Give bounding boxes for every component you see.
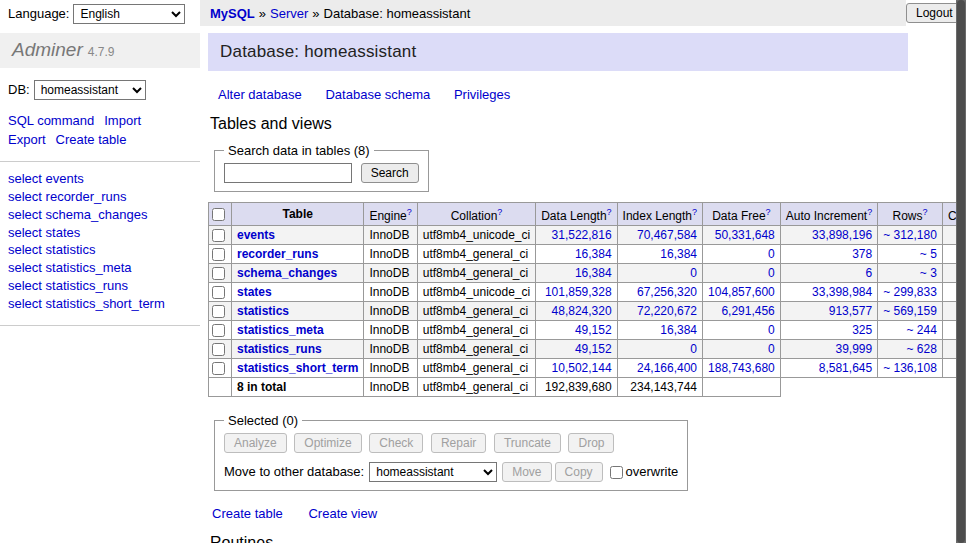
collation-cell: utf8mb4_general_ci — [417, 321, 535, 340]
data-length-help-link[interactable]: ? — [607, 207, 612, 217]
sidebar-table-link-states[interactable]: select states — [8, 224, 190, 242]
import-link[interactable]: Import — [104, 113, 141, 128]
sidebar-table-link-statistics-runs[interactable]: select statistics_runs — [8, 277, 190, 295]
header-data-length: Data Length? — [536, 203, 617, 226]
create-view-link[interactable]: Create view — [308, 506, 377, 521]
search-input[interactable] — [224, 163, 352, 183]
index-length-help-link[interactable]: ? — [692, 207, 697, 217]
header-auto-increment-label: Auto Increment — [786, 209, 867, 223]
auto-increment-help-link[interactable]: ? — [867, 207, 872, 217]
search-fieldset: Search data in tables (8) Search — [214, 143, 429, 192]
table-row: statistics_runs InnoDB utf8mb4_general_c… — [209, 340, 966, 359]
row-checkbox[interactable] — [212, 248, 225, 261]
sidebar-table-link-recorder-runs[interactable]: select recorder_runs — [8, 188, 190, 206]
data-free-cell: 0 — [703, 340, 781, 359]
collation-help-link[interactable]: ? — [497, 207, 502, 217]
drop-button[interactable]: Drop — [568, 433, 614, 453]
move-controls: Move to other database:homeassistantMove… — [224, 462, 678, 482]
select-all-checkbox[interactable] — [212, 208, 225, 221]
data-free-cell: 0 — [703, 245, 781, 264]
sidebar: Adminer4.7.9 DB:homeassistant SQL comman… — [0, 33, 200, 326]
total-index-length-cell: 234,143,744 — [617, 378, 702, 397]
rows-cell: ~ 3 — [878, 264, 943, 283]
row-checkbox[interactable] — [212, 267, 225, 280]
overwrite-checkbox[interactable] — [610, 466, 623, 479]
table-link[interactable]: statistics_runs — [237, 342, 322, 356]
row-checkbox-cell — [209, 245, 232, 264]
header-data-free: Data Free? — [703, 203, 781, 226]
selected-fieldset: Selected (0) Analyze Optimize Check Repa… — [214, 413, 688, 491]
row-checkbox[interactable] — [212, 362, 225, 375]
row-checkbox[interactable] — [212, 286, 225, 299]
row-checkbox[interactable] — [212, 343, 225, 356]
sidebar-table-link-statistics-short-term[interactable]: select statistics_short_term — [8, 295, 190, 313]
rows-cell: ~ 136,108 — [878, 359, 943, 378]
move-button[interactable]: Move — [502, 462, 551, 482]
search-button[interactable]: Search — [361, 163, 419, 183]
table-link[interactable]: statistics_short_term — [237, 361, 358, 375]
repair-button[interactable]: Repair — [431, 433, 486, 453]
row-checkbox-cell — [209, 264, 232, 283]
table-link[interactable]: statistics_meta — [237, 323, 324, 337]
create-table-side-link[interactable]: Create table — [56, 132, 127, 147]
top-bar: Language:English MySQL»Server»Database: … — [0, 0, 966, 26]
index-length-cell: 67,256,320 — [617, 283, 702, 302]
page-title: Database: homeassistant — [208, 33, 908, 71]
move-db-select[interactable]: homeassistant — [369, 462, 497, 482]
data-length-cell: 48,824,320 — [536, 302, 617, 321]
sidebar-links: SQL commandImport ExportCreate table — [0, 112, 200, 162]
row-checkbox-cell — [209, 302, 232, 321]
header-table: Table — [232, 203, 364, 226]
tables-and-views-heading: Tables and views — [210, 115, 908, 133]
data-free-help-link[interactable]: ? — [766, 207, 771, 217]
engine-cell: InnoDB — [364, 302, 417, 321]
alter-database-link[interactable]: Alter database — [218, 87, 302, 102]
table-link[interactable]: states — [237, 285, 272, 299]
sql-command-link[interactable]: SQL command — [8, 113, 94, 128]
db-select[interactable]: homeassistant — [34, 80, 146, 100]
language-select[interactable]: English — [73, 4, 185, 24]
sidebar-table-link-statistics-meta[interactable]: select statistics_meta — [8, 259, 190, 277]
table-link[interactable]: recorder_runs — [237, 247, 318, 261]
sidebar-table-link-events[interactable]: select events — [8, 170, 190, 188]
check-button[interactable]: Check — [369, 433, 423, 453]
auto-increment-cell: 39,999 — [780, 340, 877, 359]
truncate-button[interactable]: Truncate — [494, 433, 561, 453]
sidebar-table-link-schema-changes[interactable]: select schema_changes — [8, 206, 190, 224]
vertical-scrollbar[interactable] — [956, 0, 966, 543]
header-engine: Engine? — [364, 203, 417, 226]
engine-cell: InnoDB — [364, 264, 417, 283]
optimize-button[interactable]: Optimize — [294, 433, 361, 453]
table-name-cell: statistics_short_term — [232, 359, 364, 378]
select-all-cell — [209, 203, 232, 226]
analyze-button[interactable]: Analyze — [224, 433, 287, 453]
adminer-logo-link[interactable]: Adminer — [12, 39, 83, 60]
row-checkbox[interactable] — [212, 324, 225, 337]
overwrite-label: overwrite — [626, 464, 679, 479]
collation-cell: utf8mb4_general_ci — [417, 302, 535, 321]
engine-help-link[interactable]: ? — [407, 207, 412, 217]
privileges-link[interactable]: Privileges — [454, 87, 510, 102]
sidebar-table-link-statistics[interactable]: select statistics — [8, 241, 190, 259]
copy-button[interactable]: Copy — [555, 462, 603, 482]
breadcrumb-server-link[interactable]: Server — [270, 6, 308, 21]
table-link[interactable]: events — [237, 228, 275, 242]
export-link[interactable]: Export — [8, 132, 46, 147]
breadcrumb-mysql-link[interactable]: MySQL — [210, 6, 255, 21]
selected-legend: Selected (0) — [224, 413, 302, 428]
database-schema-link[interactable]: Database schema — [325, 87, 430, 102]
engine-cell: InnoDB — [364, 226, 417, 245]
table-link[interactable]: schema_changes — [237, 266, 337, 280]
create-table-link[interactable]: Create table — [212, 506, 283, 521]
row-checkbox[interactable] — [212, 229, 225, 242]
header-rows: Rows? — [878, 203, 943, 226]
row-checkbox-cell — [209, 226, 232, 245]
scrollbar-thumb[interactable] — [957, 0, 965, 543]
table-link[interactable]: statistics — [237, 304, 289, 318]
auto-increment-cell: 325 — [780, 321, 877, 340]
table-row: schema_changes InnoDB utf8mb4_general_ci… — [209, 264, 966, 283]
breadcrumb: MySQL»Server»Database: homeassistant — [200, 0, 906, 26]
row-checkbox[interactable] — [212, 305, 225, 318]
logout-button[interactable]: Logout — [906, 3, 963, 23]
rows-help-link[interactable]: ? — [923, 207, 928, 217]
